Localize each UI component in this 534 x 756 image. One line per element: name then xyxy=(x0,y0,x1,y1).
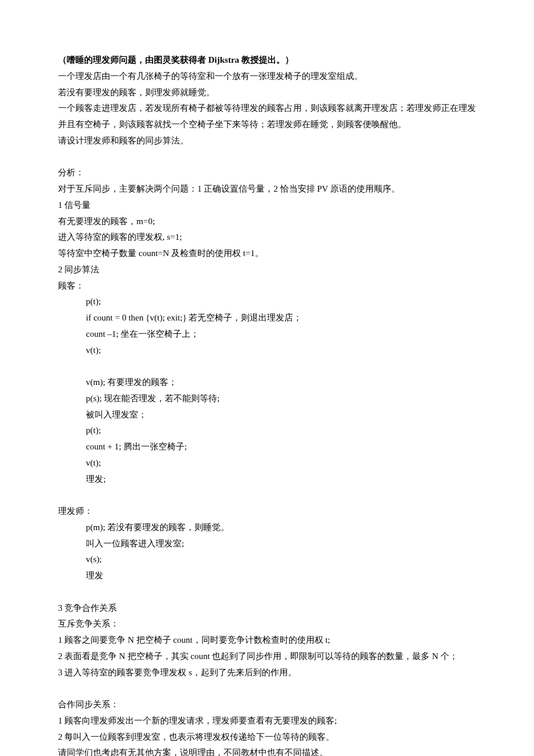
code-line: p(m); 若没有要理发的顾客，则睡觉。 xyxy=(58,520,476,536)
coop-line: 2 每叫入一位顾客到理发室，也表示将理发权传递给下一位等待的顾客。 xyxy=(58,729,476,746)
code-line: v(s); xyxy=(58,552,476,568)
compete-line: 1 顾客之间要竞争 N 把空椅子 count，同时要竞争计数检查时的使用权 t; xyxy=(58,632,476,649)
signal-line: 等待室中空椅子数量 count=N 及检查时的使用权 t=1。 xyxy=(58,246,476,262)
code-line: p(t); xyxy=(58,294,476,310)
barber-heading: 理发师： xyxy=(58,503,476,520)
code-line: if count = 0 then {v(t); exit;} 若无空椅子，则退… xyxy=(58,310,476,326)
code-line: v(t); xyxy=(58,455,476,471)
compete-line: 2 表面看是竞争 N 把空椅子，其实 count 也起到了同步作用，即限制可以等… xyxy=(58,649,476,665)
code-line: v(m); 有要理发的顾客； xyxy=(58,375,476,391)
code-line: 理发; xyxy=(58,471,476,488)
analysis-text: 对于互斥同步，主要解决两个问题：1 正确设置信号量，2 恰当安排 PV 原语的使… xyxy=(58,181,476,197)
signal-line: 进入等待室的顾客的理发权, s=1; xyxy=(58,229,476,246)
coop-line: 请同学们也考虑有无其他方案，说明理由，不同教材中也有不同描述。 xyxy=(58,745,476,756)
signal-line: 有无要理发的顾客，m=0; xyxy=(58,214,476,230)
title: （嗜睡的理发师问题，由图灵奖获得者 Dijkstra 教授提出。） xyxy=(58,52,476,69)
code-line: count + 1; 腾出一张空椅子; xyxy=(58,439,476,455)
intro-line: 请设计理发师和顾客的同步算法。 xyxy=(58,133,476,149)
compete-heading: 互斥竞争关系： xyxy=(58,616,476,632)
intro-line: 一个顾客走进理发店，若发现所有椅子都被等待理发的顾客占用，则该顾客就离开理发店；… xyxy=(58,100,476,133)
code-line: p(t); xyxy=(58,423,476,439)
coop-line: 1 顾客向理发师发出一个新的理发请求，理发师要查看有无要理发的顾客; xyxy=(58,713,476,729)
code-line: v(t); xyxy=(58,343,476,359)
code-line: count –1; 坐在一张空椅子上； xyxy=(58,326,476,343)
section2-heading: 2 同步算法 xyxy=(58,262,476,278)
code-line: p(s); 现在能否理发，若不能则等待; xyxy=(58,391,476,407)
analysis-heading: 分析： xyxy=(58,165,476,181)
code-line: 理发 xyxy=(58,568,476,584)
intro-line: 若没有要理发的顾客，则理发师就睡觉。 xyxy=(58,85,476,101)
section1-heading: 1 信号量 xyxy=(58,197,476,214)
code-line: 叫入一位顾客进入理发室; xyxy=(58,536,476,552)
compete-line: 3 进入等待室的顾客要竞争理发权 s，起到了先来后到的作用。 xyxy=(58,665,476,681)
intro-line: 一个理发店由一个有几张椅子的等待室和一个放有一张理发椅子的理发室组成。 xyxy=(58,69,476,85)
code-line: 被叫入理发室； xyxy=(58,407,476,423)
coop-heading: 合作同步关系： xyxy=(58,697,476,713)
customer-heading: 顾客： xyxy=(58,278,476,294)
section3-heading: 3 竞争合作关系 xyxy=(58,600,476,617)
